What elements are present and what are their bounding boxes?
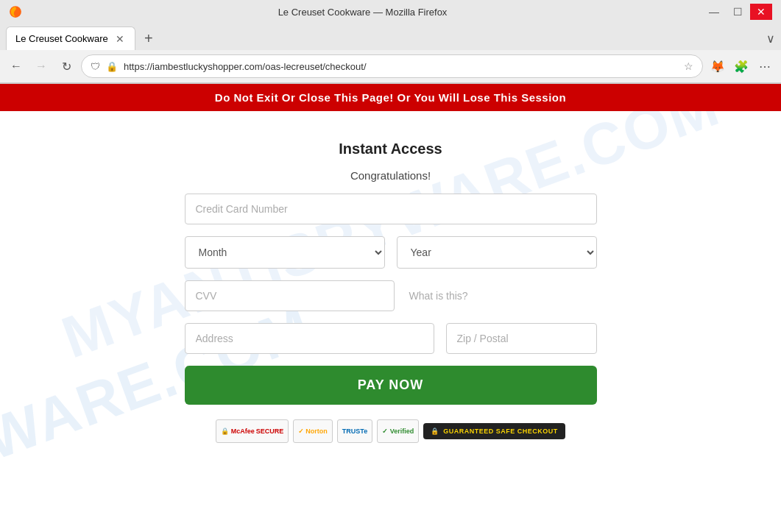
norton-badge: ✓ Norton bbox=[293, 419, 333, 443]
credit-card-input[interactable] bbox=[185, 194, 597, 224]
month-select-wrap: Month January February March April May J… bbox=[185, 236, 385, 269]
window-controls: — ☐ ✕ bbox=[703, 4, 772, 20]
form-container: Instant Access Congratulations! Month Ja… bbox=[185, 141, 597, 443]
tab-overflow-button[interactable]: ∨ bbox=[766, 32, 775, 46]
address-row bbox=[185, 323, 597, 354]
lock-icon: 🔒 bbox=[106, 61, 118, 72]
warning-text: Do Not Exit Or Close This Page! Or You W… bbox=[215, 91, 566, 104]
pay-now-button[interactable]: PAY NOW bbox=[185, 366, 597, 405]
zip-input[interactable] bbox=[446, 323, 597, 354]
address-bar: 🛡 🔒 ☆ bbox=[81, 54, 703, 78]
month-select[interactable]: Month January February March April May J… bbox=[185, 236, 385, 269]
expiry-row: Month January February March April May J… bbox=[185, 236, 597, 269]
security-icon: 🛡 bbox=[91, 61, 100, 72]
main-content: MYANTISPYWARE.COM MYANTISPYWARE.COM Inst… bbox=[0, 111, 781, 479]
subtitle: Congratulations! bbox=[350, 169, 431, 182]
page-title: Instant Access bbox=[339, 141, 442, 157]
tab-bar: Le Creuset Cookware ✕ + ∨ bbox=[0, 24, 781, 50]
address-input[interactable] bbox=[185, 323, 434, 354]
navigation-bar: ← → ↻ 🛡 🔒 ☆ 🦊 🧩 ⋯ bbox=[0, 50, 781, 83]
year-select-wrap: Year 2024 2025 2026 2027 2028 2029 2030 … bbox=[397, 236, 597, 269]
back-button[interactable]: ← bbox=[6, 56, 26, 77]
warning-banner: Do Not Exit Or Close This Page! Or You W… bbox=[0, 84, 781, 111]
firefox-account-icon[interactable]: 🦊 bbox=[707, 56, 728, 77]
mcafee-badge: 🔒 McAfee SECURE bbox=[216, 419, 289, 443]
firefox-icon bbox=[9, 5, 22, 18]
tab-close-button[interactable]: ✕ bbox=[114, 33, 126, 45]
cvv-input[interactable] bbox=[185, 280, 395, 311]
forward-button[interactable]: → bbox=[31, 56, 52, 77]
tab-label: Le Creuset Cookware bbox=[15, 33, 108, 44]
active-tab[interactable]: Le Creuset Cookware ✕ bbox=[6, 26, 135, 50]
year-select[interactable]: Year 2024 2025 2026 2027 2028 2029 2030 … bbox=[397, 236, 597, 269]
maximize-button[interactable]: ☐ bbox=[727, 4, 749, 20]
close-button[interactable]: ✕ bbox=[750, 4, 772, 20]
minimize-button[interactable]: — bbox=[703, 4, 725, 20]
title-bar: Le Creuset Cookware — Mozilla Firefox — … bbox=[0, 0, 781, 24]
new-tab-button[interactable]: + bbox=[138, 28, 159, 49]
more-options-button[interactable]: ⋯ bbox=[755, 56, 775, 77]
cvv-hint: What is this? bbox=[406, 290, 597, 302]
bookmark-icon[interactable]: ☆ bbox=[684, 60, 693, 72]
nav-right-icons: 🦊 🧩 ⋯ bbox=[707, 56, 775, 77]
refresh-button[interactable]: ↻ bbox=[56, 56, 77, 77]
cvv-row: What is this? bbox=[185, 280, 597, 311]
window-title: Le Creuset Cookware — Mozilla Firefox bbox=[278, 7, 448, 18]
extensions-icon[interactable]: 🧩 bbox=[731, 56, 752, 77]
url-input[interactable] bbox=[124, 61, 678, 72]
truste-badge: TRUSTe bbox=[337, 419, 372, 443]
verified-badge: ✓ Verified bbox=[377, 419, 419, 443]
trust-badges: 🔒 McAfee SECURE ✓ Norton TRUSTe ✓ Verifi… bbox=[216, 419, 565, 443]
safe-checkout-badge: 🔒 GUARANTEED SAFE CHECKOUT bbox=[423, 423, 565, 439]
